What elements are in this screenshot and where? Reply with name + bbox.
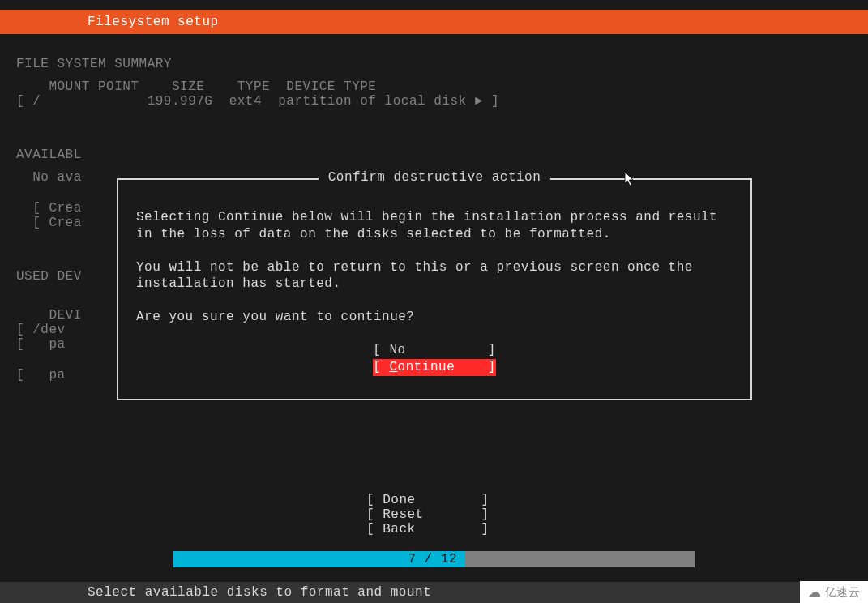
reset-button[interactable]: [ Reset ] [0,507,868,522]
dialog-buttons: [ No ] [ Continue ] [136,342,733,376]
progress-active: 7 / 12 [173,551,466,567]
dialog-title: Confirm destructive action [319,170,551,185]
done-button[interactable]: [ Done ] [0,493,868,507]
dialog-body: Selecting Continue below will begin the … [136,209,733,376]
summary-title: FILE SYSTEM SUMMARY [16,57,852,71]
watermark: ☁ 亿速云 [800,581,868,603]
progress-text: 7 / 12 [408,552,465,567]
progress-remaining [465,551,695,567]
footer-buttons: [ Done ] [ Reset ] [ Back ] [0,493,868,537]
progress-bar: 7 / 12 [173,551,695,567]
hint-text: Select available disks to format and mou… [88,585,431,600]
available-title: AVAILABL [16,148,852,162]
summary-row[interactable]: [ / 199.997G ext4 partition of local dis… [16,94,852,109]
cloud-icon: ☁ [808,584,822,600]
continue-button[interactable]: [ Continue ] [373,359,496,376]
footer: [ Done ] [ Reset ] [ Back ] 7 / 12 Selec… [0,493,868,603]
dialog-para-2: You will not be able to return to this o… [136,259,733,293]
dialog-para-3: Are you sure you want to continue? [136,309,733,326]
page-title: Filesystem setup [0,15,219,29]
confirm-dialog: Confirm destructive action Selecting Con… [117,178,752,400]
dialog-title-wrap: Confirm destructive action [118,170,750,185]
no-button[interactable]: [ No ] [373,342,496,359]
summary-columns: MOUNT POINT SIZE TYPE DEVICE TYPE [16,79,852,94]
header-bar: Filesystem setup [0,10,868,34]
watermark-text: 亿速云 [825,585,861,600]
back-button[interactable]: [ Back ] [0,522,868,537]
dialog-para-1: Selecting Continue below will begin the … [136,209,733,243]
hint-bar: Select available disks to format and mou… [0,582,868,603]
